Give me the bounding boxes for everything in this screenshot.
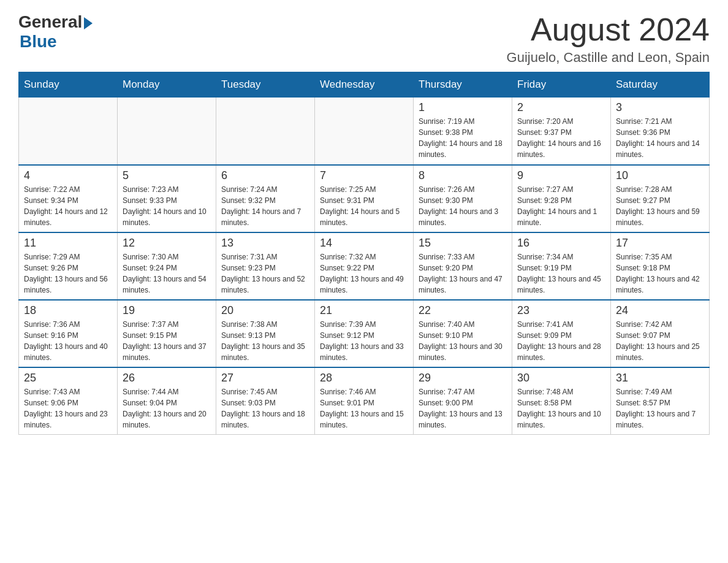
calendar-cell: 3Sunrise: 7:21 AMSunset: 9:36 PMDaylight… — [611, 98, 710, 165]
day-sun-info: Sunrise: 7:25 AMSunset: 9:31 PMDaylight:… — [320, 184, 408, 228]
day-number: 16 — [517, 237, 605, 250]
day-number: 15 — [419, 237, 507, 250]
calendar-week-row-4: 18Sunrise: 7:36 AMSunset: 9:16 PMDayligh… — [19, 300, 710, 367]
day-number: 6 — [221, 169, 309, 182]
calendar-cell — [216, 98, 315, 165]
day-sun-info: Sunrise: 7:27 AMSunset: 9:28 PMDaylight:… — [517, 184, 605, 228]
day-sun-info: Sunrise: 7:38 AMSunset: 9:13 PMDaylight:… — [221, 319, 309, 363]
day-number: 11 — [24, 237, 112, 250]
calendar-cell: 22Sunrise: 7:40 AMSunset: 9:10 PMDayligh… — [414, 300, 512, 367]
day-number: 10 — [616, 169, 704, 182]
calendar-week-row-2: 4Sunrise: 7:22 AMSunset: 9:34 PMDaylight… — [19, 165, 710, 232]
day-number: 2 — [517, 101, 605, 114]
day-sun-info: Sunrise: 7:41 AMSunset: 9:09 PMDaylight:… — [517, 319, 605, 363]
calendar-cell: 18Sunrise: 7:36 AMSunset: 9:16 PMDayligh… — [19, 300, 118, 367]
day-sun-info: Sunrise: 7:36 AMSunset: 9:16 PMDaylight:… — [24, 319, 112, 363]
calendar-week-row-3: 11Sunrise: 7:29 AMSunset: 9:26 PMDayligh… — [19, 232, 710, 300]
calendar-cell: 26Sunrise: 7:44 AMSunset: 9:04 PMDayligh… — [118, 367, 216, 435]
day-sun-info: Sunrise: 7:31 AMSunset: 9:23 PMDaylight:… — [221, 251, 309, 296]
calendar-header-wednesday: Wednesday — [315, 72, 414, 98]
calendar-cell: 23Sunrise: 7:41 AMSunset: 9:09 PMDayligh… — [512, 300, 611, 367]
day-sun-info: Sunrise: 7:32 AMSunset: 9:22 PMDaylight:… — [320, 251, 408, 296]
day-number: 18 — [24, 304, 112, 317]
calendar-header-row: SundayMondayTuesdayWednesdayThursdayFrid… — [19, 72, 710, 98]
calendar-header-monday: Monday — [118, 72, 216, 98]
day-sun-info: Sunrise: 7:48 AMSunset: 8:58 PMDaylight:… — [517, 386, 605, 431]
day-sun-info: Sunrise: 7:21 AMSunset: 9:36 PMDaylight:… — [616, 116, 704, 160]
calendar-week-row-1: 1Sunrise: 7:19 AMSunset: 9:38 PMDaylight… — [19, 98, 710, 165]
calendar-cell: 12Sunrise: 7:30 AMSunset: 9:24 PMDayligh… — [118, 232, 216, 300]
day-number: 5 — [123, 169, 211, 182]
calendar-header-saturday: Saturday — [611, 72, 710, 98]
day-number: 28 — [320, 372, 408, 385]
calendar-cell: 5Sunrise: 7:23 AMSunset: 9:33 PMDaylight… — [118, 165, 216, 232]
logo-arrow-icon — [84, 17, 93, 29]
calendar-header-tuesday: Tuesday — [216, 72, 315, 98]
day-sun-info: Sunrise: 7:44 AMSunset: 9:04 PMDaylight:… — [123, 386, 211, 431]
calendar-cell: 25Sunrise: 7:43 AMSunset: 9:06 PMDayligh… — [19, 367, 118, 435]
day-sun-info: Sunrise: 7:26 AMSunset: 9:30 PMDaylight:… — [419, 184, 507, 228]
day-number: 1 — [419, 101, 507, 114]
day-number: 12 — [123, 237, 211, 250]
day-number: 14 — [320, 237, 408, 250]
day-sun-info: Sunrise: 7:39 AMSunset: 9:12 PMDaylight:… — [320, 319, 408, 363]
calendar-header-thursday: Thursday — [414, 72, 512, 98]
calendar-cell: 24Sunrise: 7:42 AMSunset: 9:07 PMDayligh… — [611, 300, 710, 367]
calendar-cell: 31Sunrise: 7:49 AMSunset: 8:57 PMDayligh… — [611, 367, 710, 435]
day-sun-info: Sunrise: 7:49 AMSunset: 8:57 PMDaylight:… — [616, 386, 704, 431]
calendar-cell: 7Sunrise: 7:25 AMSunset: 9:31 PMDaylight… — [315, 165, 414, 232]
calendar-cell — [19, 98, 118, 165]
month-year-title: August 2024 — [507, 12, 710, 47]
day-number: 7 — [320, 169, 408, 182]
calendar-cell: 30Sunrise: 7:48 AMSunset: 8:58 PMDayligh… — [512, 367, 611, 435]
calendar-cell: 6Sunrise: 7:24 AMSunset: 9:32 PMDaylight… — [216, 165, 315, 232]
page-header: General Blue August 2024 Guijuelo, Casti… — [18, 12, 710, 66]
day-sun-info: Sunrise: 7:40 AMSunset: 9:10 PMDaylight:… — [419, 319, 507, 363]
day-number: 21 — [320, 304, 408, 317]
day-sun-info: Sunrise: 7:29 AMSunset: 9:26 PMDaylight:… — [24, 251, 112, 296]
day-number: 29 — [419, 372, 507, 385]
day-sun-info: Sunrise: 7:43 AMSunset: 9:06 PMDaylight:… — [24, 386, 112, 431]
calendar-cell: 2Sunrise: 7:20 AMSunset: 9:37 PMDaylight… — [512, 98, 611, 165]
calendar-cell: 16Sunrise: 7:34 AMSunset: 9:19 PMDayligh… — [512, 232, 611, 300]
logo: General Blue — [18, 12, 93, 52]
day-number: 25 — [24, 372, 112, 385]
day-number: 26 — [123, 372, 211, 385]
day-number: 9 — [517, 169, 605, 182]
day-number: 30 — [517, 372, 605, 385]
day-number: 13 — [221, 237, 309, 250]
calendar-cell: 27Sunrise: 7:45 AMSunset: 9:03 PMDayligh… — [216, 367, 315, 435]
day-number: 17 — [616, 237, 704, 250]
day-sun-info: Sunrise: 7:19 AMSunset: 9:38 PMDaylight:… — [419, 116, 507, 160]
day-sun-info: Sunrise: 7:46 AMSunset: 9:01 PMDaylight:… — [320, 386, 408, 431]
calendar-cell: 9Sunrise: 7:27 AMSunset: 9:28 PMDaylight… — [512, 165, 611, 232]
calendar-cell: 21Sunrise: 7:39 AMSunset: 9:12 PMDayligh… — [315, 300, 414, 367]
title-section: August 2024 Guijuelo, Castille and Leon,… — [507, 12, 710, 66]
day-sun-info: Sunrise: 7:37 AMSunset: 9:15 PMDaylight:… — [123, 319, 211, 363]
calendar-cell: 15Sunrise: 7:33 AMSunset: 9:20 PMDayligh… — [414, 232, 512, 300]
calendar-cell: 19Sunrise: 7:37 AMSunset: 9:15 PMDayligh… — [118, 300, 216, 367]
calendar-week-row-5: 25Sunrise: 7:43 AMSunset: 9:06 PMDayligh… — [19, 367, 710, 435]
calendar-cell — [315, 98, 414, 165]
calendar-cell: 28Sunrise: 7:46 AMSunset: 9:01 PMDayligh… — [315, 367, 414, 435]
calendar-cell: 4Sunrise: 7:22 AMSunset: 9:34 PMDaylight… — [19, 165, 118, 232]
calendar-cell: 14Sunrise: 7:32 AMSunset: 9:22 PMDayligh… — [315, 232, 414, 300]
calendar-cell — [118, 98, 216, 165]
day-number: 4 — [24, 169, 112, 182]
day-number: 23 — [517, 304, 605, 317]
day-sun-info: Sunrise: 7:35 AMSunset: 9:18 PMDaylight:… — [616, 251, 704, 296]
calendar-cell: 13Sunrise: 7:31 AMSunset: 9:23 PMDayligh… — [216, 232, 315, 300]
calendar-table: SundayMondayTuesdayWednesdayThursdayFrid… — [18, 72, 710, 435]
day-sun-info: Sunrise: 7:24 AMSunset: 9:32 PMDaylight:… — [221, 184, 309, 228]
day-number: 27 — [221, 372, 309, 385]
day-number: 3 — [616, 101, 704, 114]
day-number: 31 — [616, 372, 704, 385]
day-sun-info: Sunrise: 7:42 AMSunset: 9:07 PMDaylight:… — [616, 319, 704, 363]
day-number: 8 — [419, 169, 507, 182]
location-subtitle: Guijuelo, Castille and Leon, Spain — [507, 50, 710, 66]
calendar-cell: 8Sunrise: 7:26 AMSunset: 9:30 PMDaylight… — [414, 165, 512, 232]
day-sun-info: Sunrise: 7:23 AMSunset: 9:33 PMDaylight:… — [123, 184, 211, 228]
calendar-cell: 1Sunrise: 7:19 AMSunset: 9:38 PMDaylight… — [414, 98, 512, 165]
calendar-cell: 29Sunrise: 7:47 AMSunset: 9:00 PMDayligh… — [414, 367, 512, 435]
day-sun-info: Sunrise: 7:30 AMSunset: 9:24 PMDaylight:… — [123, 251, 211, 296]
